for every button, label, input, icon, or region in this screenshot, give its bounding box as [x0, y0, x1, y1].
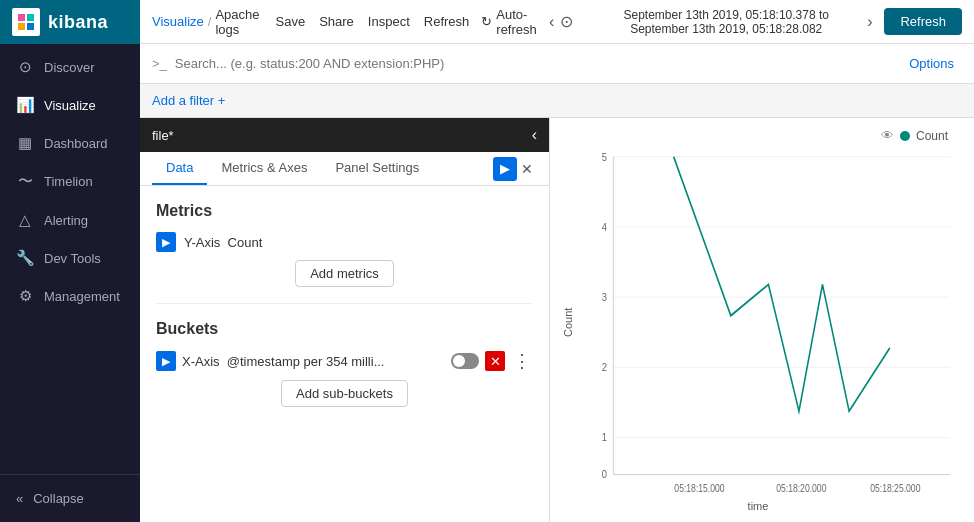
tab-data[interactable]: Data	[152, 152, 207, 185]
add-filter-button[interactable]: Add a filter +	[152, 93, 225, 108]
sidebar: kibana ⊙ Discover 📊 Visualize ▦ Dashboar…	[0, 0, 140, 522]
sidebar-item-label: Alerting	[44, 213, 88, 228]
time-next-button[interactable]: ›	[867, 13, 872, 31]
visualize-icon: 📊	[16, 96, 34, 114]
searchbar: >_ Options	[140, 44, 974, 84]
auto-refresh[interactable]: ↻ Auto-refresh	[481, 7, 537, 37]
content-area: file* ‹ Data Metrics & Axes Panel Settin…	[140, 118, 974, 522]
panel-tabs: Data Metrics & Axes Panel Settings ▶ ✕	[140, 152, 549, 186]
topbar-actions: Save Share Inspect Refresh	[276, 14, 470, 29]
sidebar-logo[interactable]: kibana	[0, 0, 140, 44]
legend-label: Count	[916, 129, 948, 143]
sidebar-item-label: Discover	[44, 60, 95, 75]
collapse-label: Collapse	[33, 491, 84, 506]
refresh-button-top[interactable]: Refresh	[424, 14, 470, 29]
auto-refresh-icon: ↻	[481, 14, 492, 29]
metric-name: Count	[228, 235, 263, 250]
x-axis-label: time	[558, 500, 958, 512]
sidebar-item-label: Timelion	[44, 174, 93, 189]
management-icon: ⚙	[16, 287, 34, 305]
sidebar-item-label: Visualize	[44, 98, 96, 113]
bucket-expand-button[interactable]: ▶	[156, 351, 176, 371]
left-panel: file* ‹ Data Metrics & Axes Panel Settin…	[140, 118, 550, 522]
panel-body: Metrics ▶ Y-Axis Count Add metrics Bucke…	[140, 186, 549, 522]
svg-text:0: 0	[602, 467, 607, 480]
add-sub-buckets-button[interactable]: Add sub-buckets	[281, 380, 408, 407]
filterbar: Add a filter +	[140, 84, 974, 118]
auto-refresh-label: Auto-refresh	[496, 7, 537, 37]
collapse-button[interactable]: « Collapse	[16, 483, 124, 514]
sidebar-item-label: Dev Tools	[44, 251, 101, 266]
svg-text:5: 5	[602, 150, 607, 163]
panel-collapse-button[interactable]: ‹	[532, 126, 537, 144]
collapse-icon: «	[16, 491, 23, 506]
delete-bucket-button[interactable]: ✕	[485, 351, 505, 371]
svg-text:3: 3	[602, 290, 607, 303]
panel-header: file* ‹	[140, 118, 549, 152]
add-metrics-button[interactable]: Add metrics	[295, 260, 394, 287]
svg-text:05:18:25.000: 05:18:25.000	[870, 482, 921, 494]
svg-rect-3	[27, 23, 34, 30]
chart-wrapper: Count 5 4 3 2 1	[558, 147, 958, 498]
search-input[interactable]	[175, 56, 893, 71]
time-prev-button[interactable]: ‹	[549, 13, 554, 31]
sidebar-item-label: Dashboard	[44, 136, 108, 151]
devtools-icon: 🔧	[16, 249, 34, 267]
tab-panel-settings[interactable]: Panel Settings	[321, 152, 433, 185]
buckets-title: Buckets	[156, 320, 533, 338]
time-navigation: ‹ ⊙	[549, 12, 573, 31]
bucket-row: ▶ X-Axis @timestamp per 354 milli... ✕ ⋮	[156, 350, 533, 372]
metrics-title: Metrics	[156, 202, 533, 220]
svg-text:2: 2	[602, 360, 607, 373]
svg-rect-0	[18, 14, 25, 21]
bucket-toggle[interactable]	[451, 353, 479, 369]
metric-type: Y-Axis	[184, 235, 220, 250]
breadcrumb: Visualize / Apache logs	[152, 7, 260, 37]
svg-rect-2	[18, 23, 25, 30]
sidebar-nav: ⊙ Discover 📊 Visualize ▦ Dashboard 〜 Tim…	[0, 44, 140, 474]
sidebar-item-devtools[interactable]: 🔧 Dev Tools	[0, 239, 140, 277]
sidebar-item-management[interactable]: ⚙ Management	[0, 277, 140, 315]
chart-area: 👁 Count Count 5	[550, 118, 974, 522]
logo-icon	[12, 8, 40, 36]
share-button[interactable]: Share	[319, 14, 354, 29]
sidebar-item-alerting[interactable]: △ Alerting	[0, 201, 140, 239]
legend-eye-icon[interactable]: 👁	[881, 128, 894, 143]
metric-expand-button[interactable]: ▶	[156, 232, 176, 252]
time-clock-button[interactable]: ⊙	[560, 12, 573, 31]
time-range[interactable]: September 13th 2019, 05:18:10.378 to Sep…	[597, 8, 855, 36]
toggle-knob	[453, 355, 465, 367]
chart-svg: 5 4 3 2 1 0 05:18:15.000	[582, 147, 958, 498]
alerting-icon: △	[16, 211, 34, 229]
close-button[interactable]: ✕	[517, 161, 537, 177]
more-options-button[interactable]: ⋮	[511, 350, 533, 372]
tab-metrics-axes[interactable]: Metrics & Axes	[207, 152, 321, 185]
sidebar-item-discover[interactable]: ⊙ Discover	[0, 48, 140, 86]
breadcrumb-parent[interactable]: Visualize	[152, 14, 204, 29]
svg-text:05:18:20.000: 05:18:20.000	[776, 482, 827, 494]
y-axis-label: Count	[558, 147, 578, 498]
topbar: Visualize / Apache logs Save Share Inspe…	[140, 0, 974, 44]
inspect-button[interactable]: Inspect	[368, 14, 410, 29]
bucket-label: X-Axis @timestamp per 354 milli...	[182, 354, 445, 369]
sidebar-item-timelion[interactable]: 〜 Timelion	[0, 162, 140, 201]
refresh-main-button[interactable]: Refresh	[884, 8, 962, 35]
svg-text:4: 4	[602, 220, 607, 233]
svg-text:1: 1	[602, 430, 607, 443]
save-button[interactable]: Save	[276, 14, 306, 29]
sidebar-item-visualize[interactable]: 📊 Visualize	[0, 86, 140, 124]
run-button[interactable]: ▶	[493, 157, 517, 181]
panel-filename: file*	[152, 128, 174, 143]
discover-icon: ⊙	[16, 58, 34, 76]
svg-text:05:18:15.000: 05:18:15.000	[674, 482, 725, 494]
sidebar-item-label: Management	[44, 289, 120, 304]
dashboard-icon: ▦	[16, 134, 34, 152]
chart-inner: 5 4 3 2 1 0 05:18:15.000	[582, 147, 958, 498]
svg-rect-1	[27, 14, 34, 21]
options-button[interactable]: Options	[901, 52, 962, 75]
metric-row: ▶ Y-Axis Count	[156, 232, 533, 252]
bucket-config: @timestamp per 354 milli...	[227, 354, 385, 369]
sidebar-item-dashboard[interactable]: ▦ Dashboard	[0, 124, 140, 162]
chart-legend: 👁 Count	[558, 128, 958, 143]
logo-text: kibana	[48, 12, 108, 33]
